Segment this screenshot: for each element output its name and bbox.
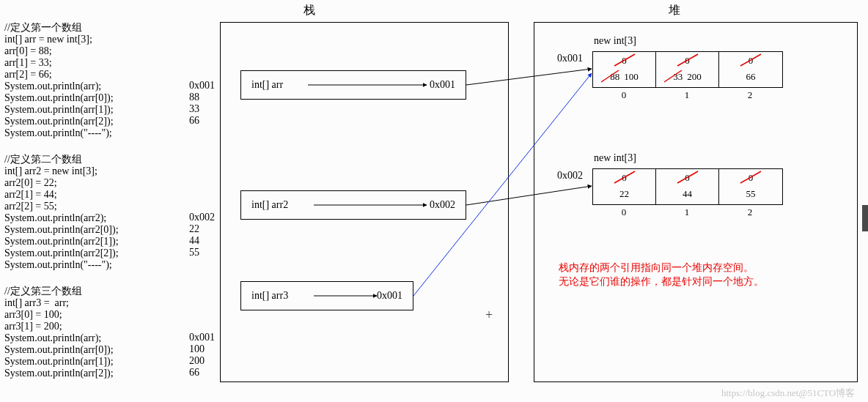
stack-frame-arr3: int[] arr3 0x001 (240, 281, 413, 310)
code-block-3: //定义第三个数组 int[] arr3 = arr; arr3[0] = 10… (4, 286, 114, 379)
cell-init: 0 (656, 55, 718, 67)
cell-init: 0 (656, 172, 718, 184)
idx: 2 (718, 89, 781, 101)
cell-init: 0 (593, 55, 655, 67)
heap-title: 堆 (669, 3, 680, 18)
heap-cell: 0 33 200 (656, 52, 719, 87)
scrollbar-thumb[interactable] (862, 205, 868, 231)
heap-cells-1: 0 88 100 0 33 200 0 66 0 1 2 (592, 51, 783, 101)
stack-frame-arr2: int[] arr2 0x002 (240, 190, 466, 220)
code-block-2: //定义第二个数组 int[] arr2 = new int[3]; arr2[… (4, 154, 119, 271)
heap-decl-2: new int[3] (594, 152, 636, 164)
cell-val: 66 (719, 71, 782, 83)
cell-init: 0 (719, 172, 782, 184)
stack-title: 栈 (304, 3, 315, 18)
stack-frame-addr: 0x001 (430, 79, 455, 91)
stack-frame-label: int[] arr2 (251, 199, 288, 211)
heap-decl-1: new int[3] (594, 35, 636, 47)
heap-cell: 0 22 (593, 169, 656, 204)
output-block-1: 0x001 88 33 66 (189, 80, 215, 127)
cell-old: 88 (610, 71, 619, 83)
stack-frame-addr: 0x001 (377, 290, 402, 302)
cell-init: 0 (719, 55, 782, 67)
diagram-root: 栈 堆 //定义第一个数组 int[] arr = new int[3]; ar… (0, 0, 868, 402)
heap-cell: 0 55 (719, 169, 782, 204)
watermark: https://blog.csdn.net@51CTO博客 (721, 387, 855, 400)
stack-frame-addr: 0x002 (430, 199, 455, 211)
heap-cells-2: 0 22 0 44 0 55 0 1 2 (592, 168, 783, 218)
idx: 1 (655, 89, 718, 101)
heap-cell: 0 88 100 (593, 52, 656, 87)
heap-addr-1: 0x001 (557, 53, 583, 64)
cell-val: 22 (593, 188, 655, 200)
idx: 0 (592, 206, 655, 218)
cell-val: 55 (719, 188, 782, 200)
heap-addr-2: 0x002 (557, 170, 583, 182)
idx: 1 (655, 206, 718, 218)
idx: 2 (718, 206, 781, 218)
stack-frame-arr: int[] arr 0x001 (240, 70, 466, 100)
heap-cell: 0 44 (656, 169, 719, 204)
stack-frame-label: int[] arr (251, 79, 283, 91)
code-block-1: //定义第一个数组 int[] arr = new int[3]; arr[0]… (4, 22, 114, 139)
cell-val: 44 (656, 188, 718, 200)
cell-init: 0 (593, 172, 655, 184)
heap-index-row: 0 1 2 (592, 206, 783, 218)
output-block-2: 0x002 22 44 55 (189, 212, 215, 258)
cursor-cross-icon: + (485, 308, 493, 323)
cell-val: 200 (687, 71, 702, 83)
stack-frame-label: int[] arr3 (251, 290, 288, 302)
cell-val: 100 (624, 71, 639, 83)
heap-cell: 0 66 (719, 52, 782, 87)
heap-note: 栈内存的两个引用指向同一个堆内存空间。 无论是它们谁的操作，都是针对同一个地方。 (559, 261, 764, 289)
cell-old: 33 (673, 71, 683, 83)
heap-index-row: 0 1 2 (592, 89, 783, 101)
idx: 0 (592, 89, 655, 101)
output-block-3: 0x001 100 200 66 (189, 332, 215, 379)
